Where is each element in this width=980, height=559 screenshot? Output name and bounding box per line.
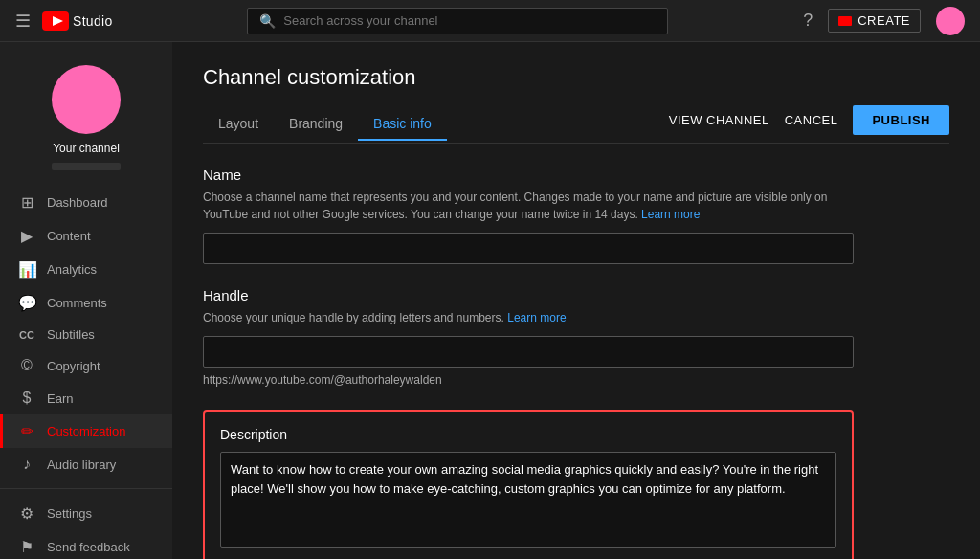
tab-branding[interactable]: Branding	[274, 108, 358, 141]
sidebar-item-audio-library[interactable]: ♪ Audio library	[0, 448, 172, 481]
tab-layout[interactable]: Layout	[203, 108, 274, 141]
topbar-left: ☰ Studio	[15, 11, 113, 32]
name-section: Name Choose a channel name that represen…	[203, 167, 949, 264]
sidebar-item-label: Audio library	[47, 458, 116, 472]
sidebar-item-settings[interactable]: ⚙ Settings	[0, 497, 172, 530]
settings-icon: ⚙	[18, 504, 35, 523]
sidebar-item-copyright[interactable]: © Copyright	[0, 349, 172, 382]
tab-basic-info[interactable]: Basic info	[358, 108, 447, 141]
sidebar-item-label: Analytics	[47, 262, 97, 277]
sidebar-item-comments[interactable]: 💬 Comments	[0, 286, 172, 320]
sidebar-item-analytics[interactable]: 📊 Analytics	[0, 253, 172, 286]
view-channel-button[interactable]: VIEW CHANNEL	[669, 113, 769, 127]
handle-label: Handle	[203, 287, 949, 303]
content-icon: ▶	[18, 227, 35, 245]
avatar[interactable]	[936, 7, 965, 35]
feedback-icon: ⚑	[18, 538, 35, 556]
audio-icon: ♪	[18, 456, 35, 473]
name-input[interactable]	[203, 233, 854, 264]
description-textarea[interactable]: Want to know how to create your own amaz…	[220, 452, 836, 548]
sidebar-item-content[interactable]: ▶ Content	[0, 219, 172, 253]
handle-learn-more-link[interactable]: Learn more	[507, 311, 566, 324]
sidebar-item-label: Send feedback	[47, 540, 130, 554]
sidebar-item-label: Dashboard	[47, 195, 108, 210]
channel-name: Your channel	[53, 142, 120, 155]
create-button[interactable]: CREATE	[828, 9, 921, 33]
description-section: Description Want to know how to create y…	[203, 410, 854, 559]
analytics-icon: 📊	[18, 260, 35, 279]
menu-icon[interactable]: ☰	[15, 11, 31, 32]
handle-description: Choose your unique handle by adding lett…	[203, 309, 873, 326]
sidebar-item-label: Subtitles	[47, 327, 95, 342]
sidebar-item-send-feedback[interactable]: ⚑ Send feedback	[0, 530, 172, 559]
topbar-right: ? CREATE	[803, 7, 965, 35]
search-box[interactable]: 🔍	[247, 8, 668, 34]
earn-icon: $	[18, 390, 35, 407]
comments-icon: 💬	[18, 294, 35, 312]
sidebar-item-dashboard[interactable]: ⊞ Dashboard	[0, 186, 172, 219]
name-label: Name	[203, 167, 949, 183]
sidebar-item-label: Comments	[47, 296, 107, 310]
search-icon: 🔍	[259, 13, 276, 29]
help-icon[interactable]: ?	[803, 11, 813, 31]
topbar: ☰ Studio 🔍 ? CREATE	[0, 0, 980, 42]
page-title: Channel customization	[203, 65, 949, 90]
sidebar-item-label: Earn	[47, 391, 73, 406]
sidebar-item-customization[interactable]: ✏ Customization	[0, 414, 172, 448]
channel-name-bar	[52, 163, 121, 170]
sidebar-item-label: Customization	[47, 424, 125, 438]
cancel-button[interactable]: CANCEL	[785, 113, 838, 127]
create-label: CREATE	[858, 13, 910, 28]
handle-url: https://www.youtube.com/@authorhaleywald…	[203, 373, 949, 387]
sidebar-item-label: Content	[47, 229, 91, 243]
sidebar-bottom: ⚙ Settings ⚑ Send feedback	[0, 481, 172, 559]
channel-info: Your channel	[0, 57, 172, 186]
youtube-icon	[42, 11, 69, 31]
sidebar-divider	[0, 488, 172, 489]
name-description: Choose a channel name that represents yo…	[203, 189, 873, 223]
search-container: 🔍	[128, 8, 789, 34]
tabs-bar: Layout Branding Basic info VIEW CHANNEL …	[203, 105, 949, 144]
channel-avatar	[52, 65, 121, 134]
camera-icon	[838, 16, 852, 26]
sidebar-item-label: Copyright	[47, 359, 100, 373]
search-input[interactable]	[283, 13, 656, 28]
handle-input[interactable]	[203, 336, 854, 368]
tabs-actions: VIEW CHANNEL CANCEL PUBLISH	[669, 105, 949, 143]
handle-section: Handle Choose your unique handle by addi…	[203, 287, 949, 387]
name-learn-more-link[interactable]: Learn more	[641, 208, 700, 221]
main-layout: Your channel ⊞ Dashboard ▶ Content 📊 Ana…	[0, 42, 980, 559]
tabs-left: Layout Branding Basic info	[203, 108, 447, 140]
publish-button[interactable]: PUBLISH	[853, 105, 949, 135]
sidebar-item-earn[interactable]: $ Earn	[0, 382, 172, 414]
copyright-icon: ©	[18, 357, 35, 374]
content-area: Channel customization Layout Branding Ba…	[172, 42, 980, 559]
studio-label: Studio	[73, 13, 113, 29]
sidebar-item-subtitles[interactable]: CC Subtitles	[0, 320, 172, 349]
dashboard-icon: ⊞	[18, 193, 35, 212]
subtitles-icon: CC	[18, 329, 35, 341]
sidebar: Your channel ⊞ Dashboard ▶ Content 📊 Ana…	[0, 42, 172, 559]
customization-icon: ✏	[18, 422, 35, 440]
sidebar-item-label: Settings	[47, 506, 92, 521]
description-label: Description	[220, 427, 836, 442]
logo: Studio	[42, 11, 113, 31]
